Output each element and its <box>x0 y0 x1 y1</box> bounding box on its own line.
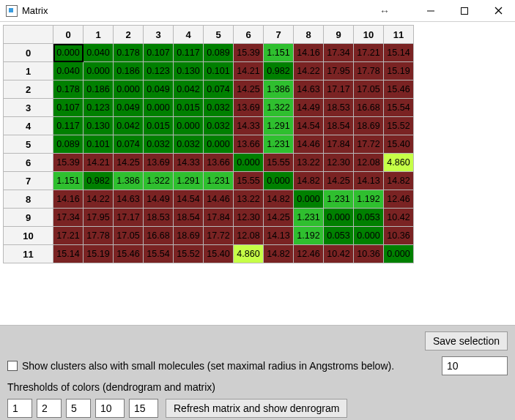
matrix-cell[interactable]: 0.982 <box>264 62 294 80</box>
matrix-cell[interactable]: 0.000 <box>204 135 234 154</box>
distance-matrix-table[interactable]: 01234567891011 00.0000.0400.1780.1070.11… <box>3 25 414 263</box>
row-header[interactable]: 2 <box>4 80 53 99</box>
matrix-cell[interactable]: 15.19 <box>84 245 114 263</box>
show-clusters-checkbox[interactable] <box>7 361 18 371</box>
matrix-cell[interactable]: 18.54 <box>324 117 354 135</box>
matrix-cell[interactable]: 16.68 <box>354 99 384 117</box>
threshold-input-4[interactable] <box>129 399 158 418</box>
matrix-cell[interactable]: 10.42 <box>324 245 354 263</box>
matrix-cell[interactable]: 4.860 <box>234 245 264 263</box>
matrix-cell[interactable]: 12.30 <box>324 154 354 172</box>
matrix-cell[interactable]: 0.000 <box>324 209 354 227</box>
matrix-cell[interactable]: 15.55 <box>264 154 294 172</box>
matrix-cell[interactable]: 1.151 <box>264 44 294 62</box>
matrix-cell[interactable]: 0.032 <box>144 135 174 154</box>
matrix-cell[interactable]: 14.46 <box>204 190 234 209</box>
matrix-cell[interactable]: 0.049 <box>144 80 174 99</box>
matrix-cell[interactable]: 1.322 <box>264 99 294 117</box>
matrix-cell[interactable]: 14.82 <box>384 172 414 190</box>
matrix-cell[interactable]: 0.040 <box>84 44 114 62</box>
col-header[interactable]: 11 <box>384 26 414 44</box>
maximize-button[interactable] <box>448 0 481 22</box>
matrix-cell[interactable]: 15.39 <box>53 154 84 172</box>
matrix-cell[interactable]: 0.123 <box>84 99 114 117</box>
matrix-cell[interactable]: 0.000 <box>53 44 84 62</box>
matrix-cell[interactable]: 1.231 <box>324 190 354 209</box>
matrix-cell[interactable]: 0.042 <box>114 117 144 135</box>
matrix-cell[interactable]: 15.46 <box>384 80 414 99</box>
matrix-cell[interactable]: 1.322 <box>144 172 174 190</box>
threshold-input-0[interactable] <box>7 399 32 418</box>
matrix-cell[interactable]: 13.66 <box>204 154 234 172</box>
matrix-cell[interactable]: 1.231 <box>264 135 294 154</box>
matrix-cell[interactable]: 0.089 <box>204 44 234 62</box>
row-header[interactable]: 0 <box>4 44 53 62</box>
matrix-cell[interactable]: 13.69 <box>234 99 264 117</box>
matrix-cell[interactable]: 1.291 <box>174 172 204 190</box>
col-header[interactable]: 1 <box>84 26 114 44</box>
matrix-cell[interactable]: 1.192 <box>294 227 324 245</box>
matrix-cell[interactable]: 17.72 <box>354 135 384 154</box>
matrix-cell[interactable]: 17.17 <box>114 209 144 227</box>
matrix-cell[interactable]: 17.78 <box>84 227 114 245</box>
matrix-cell[interactable]: 0.015 <box>174 99 204 117</box>
matrix-cell[interactable]: 17.21 <box>53 227 84 245</box>
matrix-cell[interactable]: 0.000 <box>144 99 174 117</box>
row-header[interactable]: 8 <box>4 190 53 209</box>
row-header[interactable]: 3 <box>4 99 53 117</box>
matrix-cell[interactable]: 14.21 <box>234 62 264 80</box>
matrix-cell[interactable]: 17.78 <box>354 62 384 80</box>
matrix-cell[interactable]: 17.84 <box>204 209 234 227</box>
matrix-cell[interactable]: 12.46 <box>294 245 324 263</box>
matrix-cell[interactable]: 10.36 <box>384 227 414 245</box>
matrix-cell[interactable]: 13.22 <box>234 190 264 209</box>
row-header[interactable]: 10 <box>4 227 53 245</box>
close-button[interactable] <box>481 0 515 22</box>
matrix-cell[interactable]: 15.55 <box>234 172 264 190</box>
matrix-cell[interactable]: 12.46 <box>384 190 414 209</box>
matrix-cell[interactable]: 17.34 <box>53 209 84 227</box>
matrix-cell[interactable]: 0.178 <box>53 80 84 99</box>
matrix-cell[interactable]: 18.69 <box>354 117 384 135</box>
matrix-cell[interactable]: 1.386 <box>114 172 144 190</box>
matrix-cell[interactable]: 10.42 <box>384 209 414 227</box>
matrix-cell[interactable]: 12.08 <box>234 227 264 245</box>
matrix-cell[interactable]: 0.053 <box>324 227 354 245</box>
matrix-cell[interactable]: 1.231 <box>204 172 234 190</box>
matrix-cell[interactable]: 0.186 <box>114 62 144 80</box>
matrix-cell[interactable]: 17.05 <box>354 80 384 99</box>
matrix-cell[interactable]: 1.192 <box>354 190 384 209</box>
matrix-cell[interactable]: 14.49 <box>294 99 324 117</box>
matrix-cell[interactable]: 1.291 <box>264 117 294 135</box>
matrix-cell[interactable]: 13.22 <box>294 154 324 172</box>
matrix-cell[interactable]: 0.000 <box>384 245 414 263</box>
col-header[interactable]: 5 <box>204 26 234 44</box>
matrix-cell[interactable]: 0.074 <box>204 80 234 99</box>
matrix-cell[interactable]: 1.231 <box>294 209 324 227</box>
row-header[interactable]: 6 <box>4 154 53 172</box>
save-selection-button[interactable]: Save selection <box>425 331 508 350</box>
matrix-cell[interactable]: 0.101 <box>204 62 234 80</box>
col-header[interactable]: 3 <box>144 26 174 44</box>
matrix-cell[interactable]: 17.34 <box>324 44 354 62</box>
matrix-cell[interactable]: 15.19 <box>384 62 414 80</box>
row-header[interactable]: 1 <box>4 62 53 80</box>
matrix-cell[interactable]: 14.63 <box>114 190 144 209</box>
refresh-matrix-button[interactable]: Refresh matrix and show denrogram <box>166 399 347 418</box>
matrix-cell[interactable]: 14.16 <box>294 44 324 62</box>
matrix-cell[interactable]: 14.22 <box>294 62 324 80</box>
matrix-cell[interactable]: 0.107 <box>53 99 84 117</box>
matrix-cell[interactable]: 14.33 <box>174 154 204 172</box>
matrix-cell[interactable]: 0.107 <box>144 44 174 62</box>
matrix-cell[interactable]: 0.000 <box>84 62 114 80</box>
matrix-cell[interactable]: 14.54 <box>294 117 324 135</box>
col-header[interactable]: 7 <box>264 26 294 44</box>
matrix-cell[interactable]: 14.54 <box>174 190 204 209</box>
matrix-cell[interactable]: 17.21 <box>354 44 384 62</box>
matrix-cell[interactable]: 14.49 <box>144 190 174 209</box>
col-header[interactable]: 4 <box>174 26 204 44</box>
matrix-cell[interactable]: 0.117 <box>174 44 204 62</box>
matrix-cell[interactable]: 0.123 <box>144 62 174 80</box>
matrix-cell[interactable]: 0.074 <box>114 135 144 154</box>
threshold-input-2[interactable] <box>66 399 91 418</box>
